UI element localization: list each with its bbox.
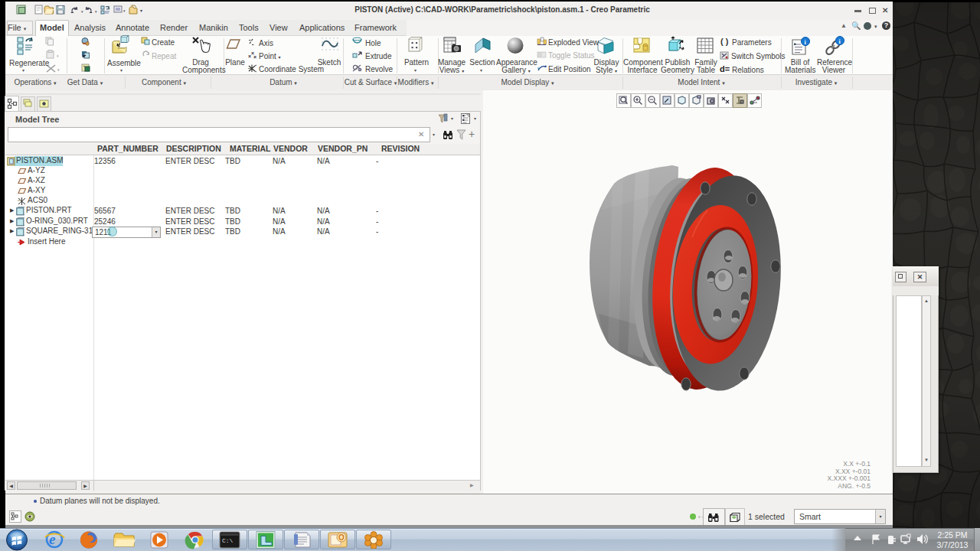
svg-text:▾: ▾ [57,54,59,58]
svg-text:O: O [338,533,345,542]
svg-text:( ): ( ) [720,37,729,46]
svg-text:▾: ▾ [57,67,60,72]
svg-text:C:\: C:\ [222,537,234,544]
svg-text:×: × [253,54,256,60]
svg-text:×: × [248,54,251,59]
